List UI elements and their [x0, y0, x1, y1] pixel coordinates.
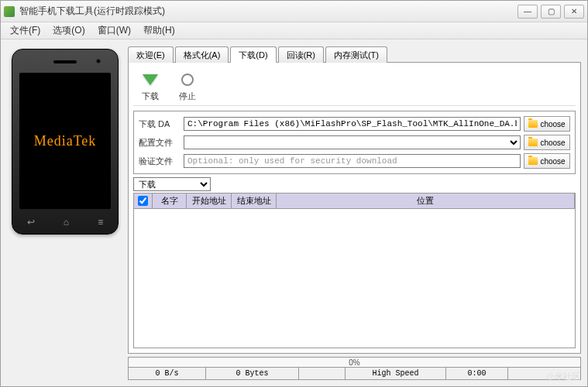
- download-mode-select[interactable]: 下载: [133, 177, 211, 191]
- folder-icon: [528, 157, 538, 165]
- stop-button-label: 停止: [179, 91, 196, 102]
- recent-icon: ≡: [98, 217, 103, 228]
- col-name[interactable]: 名字: [153, 194, 187, 208]
- tab-memtest[interactable]: 内存测试(T): [325, 46, 387, 63]
- tab-welcome[interactable]: 欢迎(E): [128, 46, 174, 63]
- tab-readback[interactable]: 回读(R): [278, 46, 324, 63]
- status-row: 0 B/s 0 Bytes High Speed 0:00: [128, 368, 581, 380]
- phone-navbar: ↩ ⌂ ≡: [12, 217, 118, 228]
- phone-brand-text: MediaTek: [34, 133, 97, 149]
- status-spacer1: [299, 368, 346, 379]
- close-button[interactable]: ✕: [564, 5, 584, 19]
- titlebar: 智能手机下载工具(运行时跟踪模式) — ▢ ✕: [1, 1, 587, 22]
- choose-label: choose: [540, 120, 565, 128]
- folder-icon: [528, 139, 538, 146]
- tab-content: 下载 停止 下载 DA choose: [128, 63, 581, 354]
- tab-format[interactable]: 格式化(A): [175, 46, 229, 63]
- folder-icon: [528, 120, 538, 128]
- main-panel: 欢迎(E) 格式化(A) 下载(D) 回读(R) 内存测试(T) 下载 停止: [128, 46, 581, 380]
- scatter-choose-button[interactable]: choose: [524, 135, 570, 150]
- tab-download[interactable]: 下载(D): [230, 46, 276, 63]
- app-window: 智能手机下载工具(运行时跟踪模式) — ▢ ✕ 文件(F) 选项(O) 窗口(W…: [0, 0, 588, 387]
- stop-circle-icon: [178, 70, 197, 89]
- status-area: 0% 0 B/s 0 Bytes High Speed 0:00: [128, 357, 581, 380]
- col-location[interactable]: 位置: [277, 194, 575, 208]
- scatter-combo[interactable]: [184, 135, 521, 149]
- maximize-button[interactable]: ▢: [541, 5, 561, 19]
- menu-options[interactable]: 选项(O): [46, 22, 91, 39]
- auth-choose-button[interactable]: choose: [524, 153, 570, 169]
- phone-preview-panel: MediaTek ↩ ⌂ ≡: [7, 46, 123, 380]
- auth-path-input[interactable]: [184, 154, 521, 168]
- da-label: 下载 DA: [139, 118, 181, 130]
- file-selection-area: 下载 DA choose 配置文件 choose: [133, 111, 576, 174]
- progress-text: 0%: [349, 358, 359, 367]
- partition-table: 名字 开始地址 结束地址 位置: [133, 193, 576, 348]
- menu-window[interactable]: 窗口(W): [91, 22, 137, 39]
- stop-button[interactable]: 停止: [178, 70, 197, 102]
- app-icon: [4, 6, 15, 17]
- scatter-label: 配置文件: [139, 137, 181, 149]
- col-checkbox[interactable]: [134, 194, 153, 208]
- menubar: 文件(F) 选项(O) 窗口(W) 帮助(H): [1, 22, 587, 39]
- tab-strip: 欢迎(E) 格式化(A) 下载(D) 回读(R) 内存测试(T): [128, 46, 581, 63]
- choose-label: choose: [540, 157, 565, 166]
- phone-camera: [96, 59, 101, 63]
- minimize-button[interactable]: —: [518, 5, 538, 19]
- back-icon: ↩: [27, 217, 35, 228]
- phone-illustration: MediaTek ↩ ⌂ ≡: [12, 49, 119, 235]
- progress-bar: 0%: [128, 357, 581, 368]
- download-arrow-icon: [141, 70, 160, 89]
- phone-speaker: [53, 60, 77, 63]
- menu-help[interactable]: 帮助(H): [137, 22, 181, 39]
- menu-file[interactable]: 文件(F): [4, 22, 46, 39]
- select-all-checkbox[interactable]: [138, 196, 148, 206]
- toolbar: 下载 停止: [133, 67, 576, 106]
- download-button-label: 下载: [142, 91, 159, 102]
- auth-label: 验证文件: [139, 156, 181, 167]
- da-path-input[interactable]: [184, 117, 521, 131]
- download-button[interactable]: 下载: [141, 70, 160, 102]
- col-end[interactable]: 结束地址: [232, 194, 277, 208]
- col-start[interactable]: 开始地址: [187, 194, 232, 208]
- phone-screen: MediaTek: [19, 73, 111, 209]
- home-icon: ⌂: [64, 217, 69, 228]
- window-title: 智能手机下载工具(运行时跟踪模式): [19, 5, 518, 18]
- status-bytes: 0 Bytes: [206, 368, 299, 379]
- window-controls: — ▢ ✕: [518, 5, 584, 19]
- status-speed: 0 B/s: [129, 368, 206, 379]
- status-time: 0:00: [446, 368, 508, 379]
- status-spacer2: [508, 368, 580, 379]
- da-choose-button[interactable]: choose: [524, 116, 570, 132]
- content-area: MediaTek ↩ ⌂ ≡ 欢迎(E) 格式化(A) 下载(D) 回读(R) …: [1, 39, 587, 386]
- status-mode: High Speed: [346, 368, 446, 379]
- table-body: [134, 209, 575, 348]
- choose-label: choose: [540, 139, 565, 147]
- table-header: 名字 开始地址 结束地址 位置: [134, 194, 575, 209]
